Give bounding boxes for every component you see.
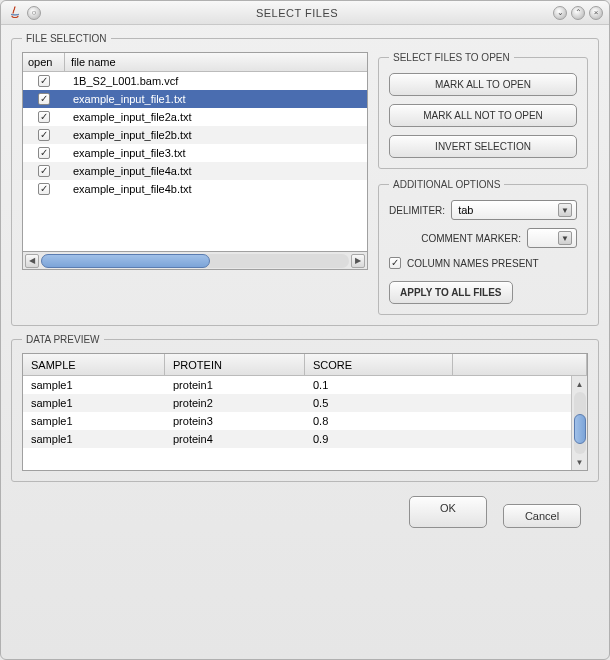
file-row[interactable]: ✓example_input_file3.txt: [23, 144, 367, 162]
delimiter-value: tab: [458, 204, 558, 216]
preview-row[interactable]: sample1protein30.8: [23, 412, 571, 430]
delimiter-label: DELIMITER:: [389, 205, 445, 216]
select-files-panel: SELECT FILES TO OPEN MARK ALL TO OPEN MA…: [378, 52, 588, 169]
file-name-label: example_input_file1.txt: [65, 93, 367, 105]
hscroll-thumb[interactable]: [41, 254, 210, 268]
file-row[interactable]: ✓example_input_file4a.txt: [23, 162, 367, 180]
preview-table: SAMPLE PROTEIN SCORE sample1protein10.1s…: [22, 353, 588, 471]
file-open-checkbox[interactable]: ✓: [38, 93, 50, 105]
preview-col-score[interactable]: SCORE: [305, 354, 453, 375]
file-list-hscroll[interactable]: ◀ ▶: [22, 252, 368, 270]
preview-row[interactable]: sample1protein20.5: [23, 394, 571, 412]
file-selection-legend: FILE SELECTION: [22, 33, 111, 44]
file-open-checkbox[interactable]: ✓: [38, 111, 50, 123]
preview-col-sample[interactable]: SAMPLE: [23, 354, 165, 375]
scroll-left-icon[interactable]: ◀: [25, 254, 39, 268]
file-list-header: open file name: [23, 53, 367, 72]
file-name-label: example_input_file2a.txt: [65, 111, 367, 123]
file-list[interactable]: open file name ✓1B_S2_L001.bam.vcf✓examp…: [22, 52, 368, 252]
preview-cell: 0.5: [305, 397, 453, 409]
column-names-label: COLUMN NAMES PRESENT: [407, 258, 539, 269]
file-open-checkbox[interactable]: ✓: [38, 165, 50, 177]
preview-cell: protein2: [165, 397, 305, 409]
preview-cell: sample1: [23, 379, 165, 391]
file-name-label: 1B_S2_L001.bam.vcf: [65, 75, 367, 87]
preview-cell: protein3: [165, 415, 305, 427]
file-row[interactable]: ✓1B_S2_L001.bam.vcf: [23, 72, 367, 90]
preview-col-protein[interactable]: PROTEIN: [165, 354, 305, 375]
select-files-legend: SELECT FILES TO OPEN: [389, 52, 514, 63]
preview-row[interactable]: sample1protein40.9: [23, 430, 571, 448]
preview-col-empty: [453, 354, 587, 375]
file-name-label: example_input_file2b.txt: [65, 129, 367, 141]
scroll-down-icon[interactable]: ▼: [574, 456, 586, 468]
file-open-checkbox[interactable]: ✓: [38, 147, 50, 159]
file-row[interactable]: ✓example_input_file4b.txt: [23, 180, 367, 198]
file-name-label: example_input_file4b.txt: [65, 183, 367, 195]
delimiter-combo[interactable]: tab ▼: [451, 200, 577, 220]
scroll-up-icon[interactable]: ▲: [574, 378, 586, 390]
preview-cell: 0.9: [305, 433, 453, 445]
col-header-open[interactable]: open: [23, 53, 65, 71]
data-preview-group: DATA PREVIEW SAMPLE PROTEIN SCORE sample…: [11, 334, 599, 482]
col-header-name[interactable]: file name: [65, 53, 367, 71]
scroll-right-icon[interactable]: ▶: [351, 254, 365, 268]
file-row[interactable]: ✓example_input_file1.txt: [23, 90, 367, 108]
preview-vscroll[interactable]: ▲ ▼: [571, 376, 587, 470]
mark-all-not-open-button[interactable]: MARK ALL NOT TO OPEN: [389, 104, 577, 127]
preview-row[interactable]: sample1protein10.1: [23, 376, 571, 394]
java-icon: [7, 5, 23, 21]
preview-cell: protein1: [165, 379, 305, 391]
file-open-checkbox[interactable]: ✓: [38, 183, 50, 195]
preview-cell: sample1: [23, 415, 165, 427]
file-name-label: example_input_file3.txt: [65, 147, 367, 159]
ok-button[interactable]: OK: [409, 496, 487, 528]
preview-header: SAMPLE PROTEIN SCORE: [23, 354, 587, 376]
preview-cell: sample1: [23, 397, 165, 409]
vscroll-track[interactable]: [574, 392, 586, 454]
additional-options-panel: ADDITIONAL OPTIONS DELIMITER: tab ▼ COMM…: [378, 179, 588, 315]
preview-cell: 0.8: [305, 415, 453, 427]
apply-to-all-button[interactable]: APPLY TO ALL FILES: [389, 281, 513, 304]
column-names-checkbox[interactable]: ✓: [389, 257, 401, 269]
chevron-down-icon: ▼: [558, 203, 572, 217]
additional-options-legend: ADDITIONAL OPTIONS: [389, 179, 504, 190]
minimize-button[interactable]: ⌄: [553, 6, 567, 20]
mark-all-open-button[interactable]: MARK ALL TO OPEN: [389, 73, 577, 96]
file-row[interactable]: ✓example_input_file2b.txt: [23, 126, 367, 144]
vscroll-thumb[interactable]: [574, 414, 586, 444]
maximize-button[interactable]: ⌃: [571, 6, 585, 20]
file-open-checkbox[interactable]: ✓: [38, 129, 50, 141]
titlebar-menu-button[interactable]: ○: [27, 6, 41, 20]
dialog-window: ○ SELECT FILES ⌄ ⌃ × FILE SELECTION open…: [0, 0, 610, 660]
close-button[interactable]: ×: [589, 6, 603, 20]
file-selection-group: FILE SELECTION open file name ✓1B_S2_L00…: [11, 33, 599, 326]
comment-marker-label: COMMENT MARKER:: [421, 233, 521, 244]
titlebar: ○ SELECT FILES ⌄ ⌃ ×: [1, 1, 609, 25]
preview-cell: protein4: [165, 433, 305, 445]
data-preview-legend: DATA PREVIEW: [22, 334, 104, 345]
cancel-button[interactable]: Cancel: [503, 504, 581, 528]
chevron-down-icon: ▼: [558, 231, 572, 245]
hscroll-track[interactable]: [41, 254, 349, 268]
window-title: SELECT FILES: [41, 7, 553, 19]
invert-selection-button[interactable]: INVERT SELECTION: [389, 135, 577, 158]
file-row[interactable]: ✓example_input_file2a.txt: [23, 108, 367, 126]
comment-marker-combo[interactable]: ▼: [527, 228, 577, 248]
file-open-checkbox[interactable]: ✓: [38, 75, 50, 87]
preview-cell: 0.1: [305, 379, 453, 391]
preview-cell: sample1: [23, 433, 165, 445]
file-name-label: example_input_file4a.txt: [65, 165, 367, 177]
